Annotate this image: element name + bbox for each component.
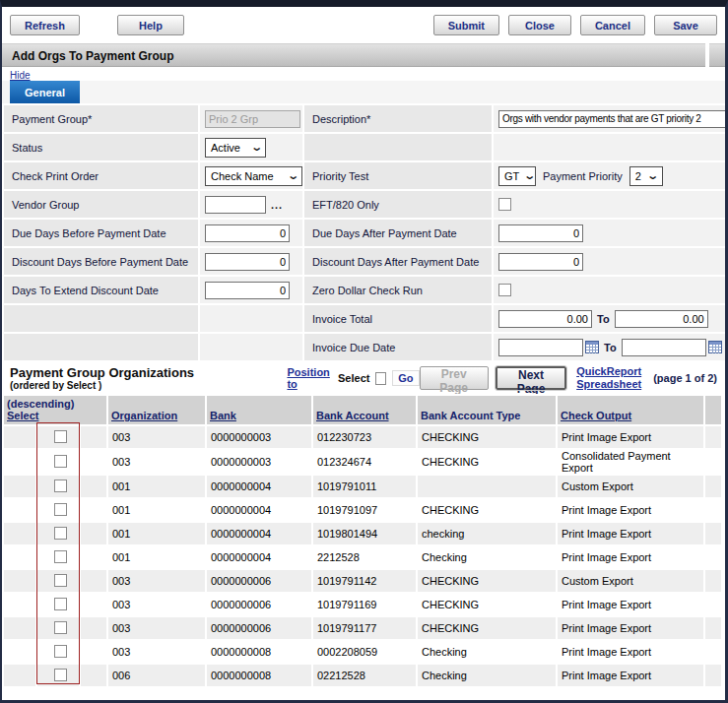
eft-820-cell	[494, 191, 726, 218]
bank-cell: 0000000004	[207, 476, 311, 497]
row-select-checkbox[interactable]	[54, 430, 67, 443]
vendor-group-input[interactable]	[205, 196, 266, 214]
spreadsheet-link[interactable]: Spreadsheet	[576, 378, 641, 391]
check-output-cell: Custom Export	[558, 570, 703, 592]
bank-cell: 0000000008	[207, 665, 311, 686]
row-select-checkbox[interactable]	[54, 574, 67, 587]
invoice-total-to-input[interactable]	[615, 310, 708, 328]
zero-dollar-checkbox[interactable]	[498, 284, 511, 296]
due-days-before-input[interactable]	[205, 224, 290, 242]
row-select-checkbox[interactable]	[54, 479, 67, 492]
priority-test-cell: GT ⌄ Payment Priority 2 ⌄	[494, 162, 726, 189]
row-right-spacer	[705, 426, 721, 448]
row-select-checkbox[interactable]	[54, 621, 67, 634]
next-page-button[interactable]: Next Page	[496, 366, 566, 390]
due-days-after-input[interactable]	[498, 224, 583, 242]
organization-cell: 006	[108, 665, 205, 686]
priority-test-select[interactable]: GT ⌄	[498, 166, 536, 186]
organization-cell: 001	[108, 546, 205, 568]
bank-account-cell: 012324674	[313, 450, 416, 474]
row-select-checkbox[interactable]	[54, 527, 67, 540]
vendor-group-lookup-button[interactable]: ...	[271, 199, 283, 211]
days-extend-input[interactable]	[205, 282, 290, 299]
check-output-column-header: Check Output	[558, 396, 703, 424]
bank-account-type-cell: CHECKING	[418, 499, 556, 521]
check-output-cell: Consolidated Payment Export	[558, 450, 703, 474]
invoice-due-to-input[interactable]	[622, 339, 706, 356]
tab-general[interactable]: General	[10, 81, 80, 103]
invoice-total-cell: To	[494, 305, 726, 332]
bank-account-type-cell: CHECKING	[418, 570, 556, 592]
save-button[interactable]: Save	[654, 15, 717, 35]
table-row: 0030000000003012230723CHECKINGPrint Imag…	[4, 426, 721, 448]
description-input[interactable]	[498, 110, 726, 128]
bank-cell: 0000000003	[207, 450, 311, 474]
check-print-order-select[interactable]: Check Name ⌄	[205, 166, 302, 186]
check-print-order-cell: Check Name ⌄	[200, 162, 302, 189]
table-row: 00300000000061019791142CHECKINGCustom Ex…	[4, 570, 721, 592]
table-row: 00300000000061019791169CHECKINGPrint Ima…	[4, 594, 721, 615]
position-to-link[interactable]: Position to	[287, 366, 332, 390]
position-to-block: Position to Select Go	[287, 366, 419, 390]
chevron-down-icon: ⌄	[647, 169, 660, 182]
select-sort-link[interactable]: Select	[7, 410, 38, 421]
hide-link[interactable]: Hide	[10, 70, 31, 81]
invoice-total-from-input[interactable]	[498, 310, 592, 328]
bank-sort-link[interactable]: Bank	[210, 410, 236, 421]
check-output-sort-link[interactable]: Check Output	[561, 410, 631, 421]
discount-days-before-cell	[200, 248, 302, 275]
bank-cell: 0000000006	[207, 594, 311, 615]
row-select-checkbox[interactable]	[54, 598, 67, 610]
titlebar-corner-square	[709, 43, 725, 67]
submit-button[interactable]: Submit	[433, 15, 499, 35]
due-days-before-label: Due Days Before Payment Date	[4, 220, 198, 246]
hide-row: Hide	[2, 67, 725, 81]
row-select-checkbox[interactable]	[54, 669, 67, 681]
table-row: 00100000000041019791097CHECKINGPrint Ima…	[4, 499, 721, 521]
discount-days-before-input[interactable]	[205, 253, 290, 271]
refresh-button[interactable]: Refresh	[10, 15, 80, 35]
prev-page-button[interactable]: Prev Page	[420, 366, 489, 390]
help-button[interactable]: Help	[117, 15, 184, 35]
quick-report-link[interactable]: QuickReport	[576, 365, 641, 378]
titlebar-row: Add Orgs To Payment Group	[2, 43, 725, 67]
bank-account-type-cell: CHECKING	[418, 426, 556, 448]
position-select-label: Select	[338, 372, 369, 384]
calendar-icon[interactable]	[708, 341, 722, 353]
cancel-button[interactable]: Cancel	[580, 15, 645, 35]
position-to-checkbox[interactable]	[375, 372, 386, 385]
row-select-cell	[37, 641, 79, 663]
organization-cell: 003	[108, 617, 205, 639]
bank-account-sort-link[interactable]: Bank Account	[316, 410, 389, 421]
due-days-after-label: Due Days After Payment Date	[304, 220, 492, 246]
row-right-spacer	[705, 665, 721, 686]
row-select-checkbox[interactable]	[54, 503, 67, 516]
days-extend-label: Days To Extend Discount Date	[4, 277, 198, 303]
calendar-icon[interactable]	[585, 341, 599, 353]
row-left-spacer	[4, 426, 35, 448]
row-select-checkbox[interactable]	[54, 645, 67, 658]
row-select-checkbox[interactable]	[54, 455, 67, 468]
eft-820-checkbox[interactable]	[498, 198, 511, 211]
bank-account-cell: 012230723	[313, 426, 416, 448]
descending-label: (descending)	[7, 398, 103, 410]
payment-priority-select[interactable]: 2 ⌄	[629, 166, 663, 186]
chevron-down-icon: ⌄	[250, 141, 263, 154]
row-select-checkbox[interactable]	[54, 550, 67, 563]
due-days-after-cell	[494, 220, 726, 246]
bank-account-type-label: Bank Account Type	[421, 410, 520, 421]
row-select-cell	[37, 594, 79, 615]
organization-cell: 003	[108, 641, 205, 663]
invoice-total-to-label: To	[597, 313, 610, 325]
status-select[interactable]: Active ⌄	[205, 138, 266, 158]
app-window: Refresh Help Submit Close Cancel Save Ad…	[0, 0, 728, 703]
invoice-due-from-input[interactable]	[498, 339, 583, 356]
due-days-before-cell	[200, 220, 302, 246]
zero-dollar-label: Zero Dollar Check Run	[304, 277, 492, 303]
discount-days-after-input[interactable]	[498, 253, 583, 271]
row-left-spacer	[4, 546, 35, 568]
close-button[interactable]: Close	[508, 15, 571, 35]
bank-cell: 0000000004	[207, 523, 311, 544]
go-link[interactable]: Go	[392, 370, 419, 386]
organization-sort-link[interactable]: Organization	[111, 410, 177, 421]
